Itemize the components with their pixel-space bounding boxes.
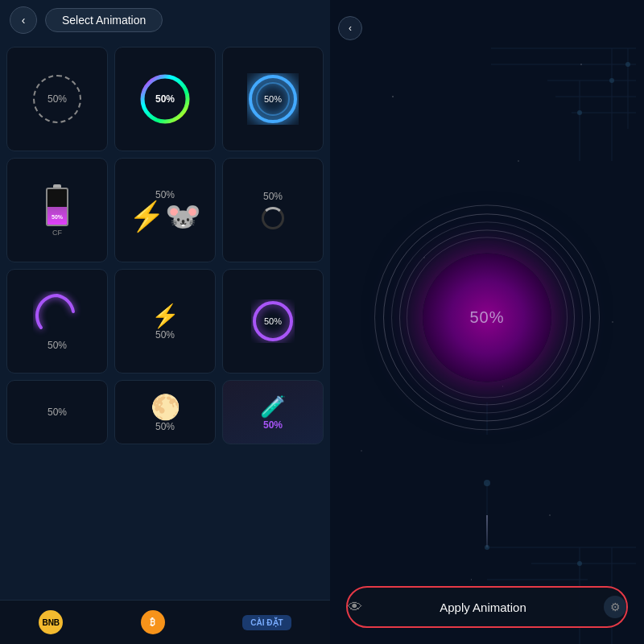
ring-blue-visual: 50% bbox=[247, 73, 299, 125]
left-panel: ‹ Select Animation 50% bbox=[0, 0, 330, 644]
svg-point-23 bbox=[577, 561, 582, 566]
animation-card-10[interactable]: 🌕 50% bbox=[114, 380, 216, 444]
animation-card-1[interactable]: 50% bbox=[114, 47, 216, 151]
percent-label-7: 50% bbox=[155, 329, 175, 341]
animation-card-9[interactable]: 50% bbox=[6, 380, 108, 444]
right-back-icon: ‹ bbox=[349, 23, 352, 34]
apply-animation-button[interactable]: Apply Animation bbox=[375, 601, 591, 614]
ring-purple-small-visual: 50% bbox=[251, 299, 295, 343]
title-button[interactable]: Select Animation bbox=[45, 8, 163, 32]
battery-shell: 50% bbox=[46, 188, 68, 226]
btc-icon: ₿ bbox=[141, 610, 165, 634]
arc-purple-svg bbox=[33, 291, 81, 340]
back-icon: ‹ bbox=[22, 14, 26, 27]
right-back-button[interactable]: ‹ bbox=[338, 16, 362, 40]
eye-icon[interactable]: 👁 bbox=[348, 599, 362, 616]
svg-point-24 bbox=[484, 480, 490, 486]
spinner-visual bbox=[262, 207, 284, 229]
percent-label-6: 50% bbox=[47, 340, 67, 351]
animation-card-2[interactable]: 50% bbox=[222, 47, 324, 151]
animation-card-5[interactable]: 50% bbox=[222, 158, 324, 262]
animation-card-3[interactable]: 50% CF bbox=[6, 158, 108, 262]
bnb-item[interactable]: BNB bbox=[39, 610, 63, 634]
battery-visual: 50% CF bbox=[46, 184, 68, 237]
gear-icon[interactable]: ⚙ bbox=[604, 596, 626, 618]
animation-card-0[interactable]: 50% bbox=[6, 47, 108, 151]
svg-point-21 bbox=[625, 62, 630, 67]
right-panel: ‹ 50% 👁 Apply Animation ⚙ bbox=[330, 0, 644, 644]
apply-action-bar: 👁 Apply Animation ⚙ bbox=[346, 586, 628, 628]
percent-label-1: 50% bbox=[155, 93, 175, 105]
header-title: Select Animation bbox=[62, 14, 146, 27]
ring-5 bbox=[407, 237, 568, 398]
btc-item[interactable]: ₿ bbox=[141, 610, 165, 634]
ring-dotted-visual: 50% bbox=[33, 75, 81, 123]
ring-rainbow-visual: 50% bbox=[139, 73, 191, 125]
battery-body: 50% bbox=[46, 184, 68, 226]
svg-point-19 bbox=[609, 78, 614, 83]
preview-container: 50% bbox=[374, 204, 600, 430]
battery-cf-label: CF bbox=[52, 229, 62, 237]
percent-label-5: 50% bbox=[263, 191, 283, 202]
pikachu-emoji: ⚡🐭 bbox=[129, 202, 201, 231]
header: ‹ Select Animation bbox=[0, 0, 330, 40]
animation-card-7[interactable]: ⚡ 50% bbox=[114, 269, 216, 374]
percent-label-8: 50% bbox=[264, 316, 282, 326]
connector-line bbox=[486, 515, 488, 547]
animation-card-4[interactable]: 50% ⚡🐭 bbox=[114, 158, 216, 262]
battery-tip bbox=[53, 184, 61, 188]
arc-purple-visual bbox=[33, 291, 81, 340]
outer-rings: 50% bbox=[374, 204, 600, 430]
bolt-visual: ⚡ bbox=[151, 303, 180, 329]
moon-visual: 🌕 bbox=[151, 393, 180, 421]
percent-label-4: 50% bbox=[155, 189, 175, 200]
potion-visual: 🧪 bbox=[260, 394, 286, 419]
animation-card-6[interactable]: 50% bbox=[6, 269, 108, 374]
svg-point-20 bbox=[577, 110, 582, 115]
percent-label-2: 50% bbox=[264, 94, 282, 104]
percent-label-11: 50% bbox=[263, 419, 283, 431]
bottom-bar: BNB ₿ CÀI ĐẶT bbox=[0, 600, 330, 644]
caidat-button[interactable]: CÀI ĐẶT bbox=[242, 615, 291, 630]
animation-card-11[interactable]: 🧪 50% bbox=[222, 380, 324, 444]
percent-label-10: 50% bbox=[155, 421, 175, 432]
animation-grid: 50% 50% bbox=[0, 40, 330, 600]
percent-label-9: 50% bbox=[47, 407, 67, 418]
bnb-icon: BNB bbox=[39, 610, 63, 634]
animation-card-8[interactable]: 50% bbox=[222, 269, 324, 374]
back-button[interactable]: ‹ bbox=[10, 6, 37, 34]
battery-pct-text: 50% bbox=[47, 214, 67, 220]
percent-label-0: 50% bbox=[47, 93, 67, 105]
